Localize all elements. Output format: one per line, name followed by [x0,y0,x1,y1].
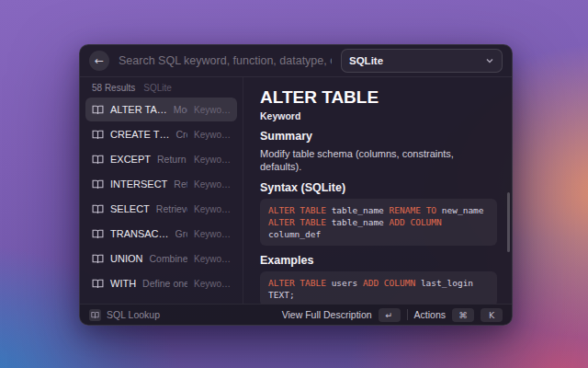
list-item[interactable]: ALTER TA… Modify ta… Keywo… [85,98,237,121]
result-subtitle: Retrieve colu… [156,203,187,214]
result-subtitle: Define one or m… [142,278,187,289]
result-title: TRANSAC… [110,228,169,239]
list-item[interactable]: EXCEPT Return rows f… Keywo… [85,147,237,171]
back-button[interactable]: ← [89,51,109,71]
app-icon [89,309,101,321]
result-subtitle: Return rows f… [157,154,187,165]
detail-sections: SummaryModify table schema (columns, con… [260,130,497,304]
results-scope: SQLite [143,83,172,93]
list-item[interactable]: SELECT Retrieve colu… Keywo… [85,197,237,221]
list-item[interactable]: CREATE T… Create a… Keywo… [85,122,237,146]
result-subtitle: Combine resul… [149,253,187,264]
window-body: 58 Results SQLite ALTER TA… Modify ta… K… [80,77,512,304]
result-kind: Keywo… [194,254,231,264]
result-subtitle: Create a… [175,129,187,140]
footer-bar: SQL Lookup View Full Description ↵ Actio… [80,304,512,325]
list-item[interactable]: WITH Define one or m… Keywo… [85,271,237,295]
book-open-icon [92,253,104,265]
result-kind: Keywo… [194,179,231,190]
footer-divider [407,309,408,320]
section-text: Modify table schema (columns, constraint… [260,147,497,173]
results-count: 58 Results [92,83,135,93]
book-open-icon [92,129,104,141]
result-title: ALTER TA… [110,104,167,115]
result-kind: Keywo… [194,229,231,239]
result-title: UNION [110,253,142,264]
code-block: ALTER TABLE users ADD COLUMN last_login … [260,271,497,304]
result-kind: Keywo… [194,155,231,165]
detail-kind-badge: Keyword [260,110,497,121]
app-name: SQL Lookup [107,309,160,320]
command-key-icon: ⌘ [452,308,474,322]
return-key-icon: ↵ [379,308,401,322]
detail-section: Syntax (SQLite)ALTER TABLE table_name RE… [260,181,497,246]
detail-section: ExamplesALTER TABLE users ADD COLUMN las… [260,254,497,304]
result-kind: Keywo… [194,279,231,289]
result-title: EXCEPT [110,154,151,165]
book-open-icon [92,278,104,290]
search-header: ← SQLite [80,45,512,77]
arrow-left-icon: ← [95,51,104,71]
detail-pane[interactable]: ALTER TABLE Keyword SummaryModify table … [243,77,512,304]
result-subtitle: Modify ta… [174,104,187,115]
section-heading: Summary [260,130,497,144]
book-open-icon [92,178,104,190]
result-title: CREATE T… [110,129,169,140]
book-open-icon [92,228,104,240]
result-kind: Keywo… [194,105,231,115]
book-open-icon [92,154,104,166]
view-full-description-action[interactable]: View Full Description [282,309,372,320]
detail-scrollbar-thumb[interactable] [507,192,510,252]
detail-section: SummaryModify table schema (columns, con… [260,130,497,173]
result-subtitle: Group st… [175,228,187,239]
list-item[interactable]: TRANSAC… Group st… Keywo… [85,222,237,246]
chevron-down-icon [485,56,494,65]
section-heading: Examples [260,254,497,268]
list-item[interactable]: INTERSECT Return ro… Keywo… [85,172,237,196]
book-open-icon [92,203,104,215]
result-title: INTERSECT [110,178,167,190]
actions-menu-action[interactable]: Actions [414,309,446,320]
k-key-icon: K [481,308,503,322]
list-item[interactable]: WITH REC… Build rec… Keywo… [85,296,237,304]
result-title: SELECT [110,203,150,214]
section-heading: Syntax (SQLite) [260,181,497,195]
result-kind: Keywo… [194,130,231,140]
result-subtitle: Return ro… [174,178,187,190]
result-title: WITH [110,278,136,289]
result-kind: Keywo… [194,204,231,214]
sql-lookup-window: ← SQLite 58 Results SQLite [79,44,513,326]
desktop-background: ← SQLite 58 Results SQLite [0,0,588,368]
code-block: ALTER TABLE table_name RENAME TO new_nam… [260,199,497,246]
results-list[interactable]: ALTER TA… Modify ta… Keywo… CREATE T… Cr… [80,98,243,304]
list-item[interactable]: UNION Combine resul… Keywo… [85,247,237,270]
results-sidebar: 58 Results SQLite ALTER TA… Modify ta… K… [80,77,243,304]
dialect-select[interactable]: SQLite [341,49,503,73]
search-input[interactable] [117,53,334,68]
dialect-value: SQLite [349,55,383,66]
detail-title: ALTER TABLE [260,87,497,108]
book-open-icon [92,104,104,116]
results-header: 58 Results SQLite [80,83,243,93]
